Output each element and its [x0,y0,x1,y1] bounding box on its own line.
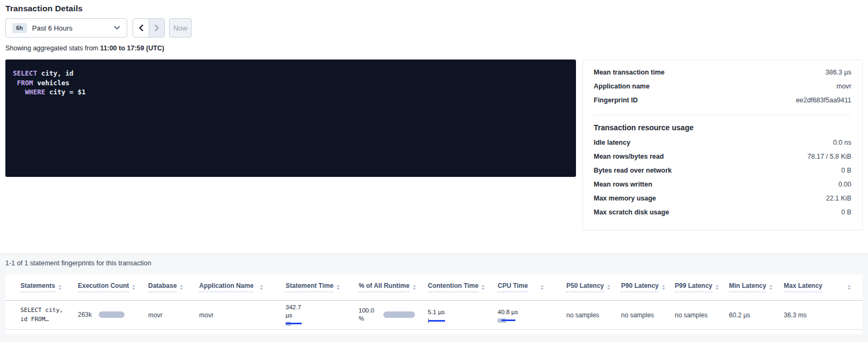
now-button[interactable]: Now [169,18,192,38]
column-header-cpu-time[interactable]: CPU Time [487,274,556,300]
cell-execution-count: 263k [67,300,137,329]
resource-row-max-scratch-disk-usage: Max scratch disk usage 0 B [594,209,851,222]
execution-count-bar [99,311,125,318]
details-content: SELECT city, id FROM vehicles WHERE city… [0,60,868,231]
panel-divider [594,115,851,115]
time-range-dropdown[interactable]: 6h Past 6 Hours [5,18,127,38]
cell-p99-latency: no samples [664,300,718,329]
sort-icon[interactable] [662,285,665,290]
statement-time-bar [286,322,304,326]
column-header-p50-latency[interactable]: P50 Latency [556,274,610,300]
previous-time-range-button[interactable] [133,19,149,37]
cell-contention-time: 5.1 µs [417,300,487,329]
page-header: Transaction Details 6h Past 6 Hours [0,0,868,52]
sql-line: SELECT city, id [13,69,568,78]
summary-row-fingerprint-id: Fingerprint ID ee2df683f5aa9411 [594,96,851,110]
column-header-p99-latency[interactable]: P99 Latency [664,274,718,300]
resource-row-mean-rows-written: Mean rows written 0.00 [594,181,851,195]
cell-statement-time: 342.7 µs [275,300,348,329]
transaction-details-page: Transaction Details 6h Past 6 Hours [0,0,868,342]
column-header-min-latency[interactable]: Min Latency [718,274,773,300]
column-header-database[interactable]: Database [137,274,188,300]
column-header-application-name[interactable]: Application Name [188,274,275,300]
sort-icon[interactable] [769,285,772,290]
sort-icon[interactable] [482,285,485,290]
chevron-left-icon [138,24,144,32]
contention-time-bar [428,318,446,323]
column-header-statements[interactable]: Statements [5,274,67,300]
cell-cpu-time: 40.8 µs [487,300,556,329]
sort-icon[interactable] [716,285,719,290]
time-controls: 6h Past 6 Hours Now [5,18,863,38]
time-step-buttons [133,18,165,38]
sort-icon[interactable] [337,285,340,290]
statements-table-caption: 1-1 of 1 statement fingerprints for this… [5,259,863,267]
stats-caption-prefix: Showing aggregated stats from [5,44,100,52]
sort-icon[interactable] [848,285,851,290]
sql-line: FROM vehicles [13,78,568,88]
cell-p90-latency: no samples [610,300,664,329]
sort-icon[interactable] [260,285,263,290]
resource-row-idle-latency: Idle latency 0.0 ns [594,139,851,153]
aggregated-stats-caption: Showing aggregated stats from 11:00 to 1… [5,44,863,52]
sort-icon[interactable] [413,285,416,290]
resource-usage-section-title: Transaction resource usage [594,123,851,132]
sort-icon[interactable] [541,285,544,290]
statements-section: 1-1 of 1 statement fingerprints for this… [0,254,868,342]
cell-p50-latency: no samples [556,300,610,329]
next-time-range-button[interactable] [149,19,164,37]
cell-database: movr [137,300,188,329]
resource-row-max-memory-usage: Max memory usage 22.1 KiB [594,195,851,209]
column-header-max-latency[interactable]: Max Latency [773,274,863,300]
cell-statement[interactable]: SELECT city, id FROM… [5,300,67,329]
cell-max-latency: 36.3 ms [773,300,863,329]
sort-icon[interactable] [180,285,183,290]
sql-statement: SELECT city, id FROM vehicles WHERE city… [5,60,576,177]
summary-row-mean-transaction-time: Mean transaction time 386.3 µs [594,69,851,83]
chevron-right-icon [154,24,160,32]
statements-table-card: Statements Execution Count Database Appl… [5,274,863,334]
time-range-label: Past 6 Hours [32,24,72,32]
transaction-summary-panel: Mean transaction time 386.3 µs Applicati… [582,60,863,231]
time-range-badge: 6h [12,23,27,33]
pct-runtime-bar [383,311,415,318]
cell-min-latency: 60.2 µs [718,300,773,329]
column-header-p90-latency[interactable]: P90 Latency [610,274,664,300]
table-header-row: Statements Execution Count Database Appl… [5,274,863,300]
column-header-execution-count[interactable]: Execution Count [67,274,137,300]
statements-table: Statements Execution Count Database Appl… [5,274,863,330]
resource-row-bytes-read-over-network: Bytes read over network 0 B [594,167,851,181]
statement-fingerprint-row: SELECT city, id FROM… 263k movr movr 342… [5,300,863,329]
column-header-pct-of-all-runtime[interactable]: % of All Runtime [348,274,417,300]
sort-icon[interactable] [59,285,62,290]
stats-caption-range: 11:00 to 17:59 (UTC) [100,44,164,52]
sort-icon[interactable] [132,285,135,290]
summary-row-application-name: Application name movr [594,83,851,96]
chevron-down-icon [114,26,120,30]
resource-row-mean-rows-bytes-read: Mean rows/bytes read 78.17 / 5.8 KiB [594,153,851,167]
column-header-statement-time[interactable]: Statement Time [275,274,348,300]
sql-line: WHERE city = $1 [13,87,568,97]
cell-application-name: movr [188,300,275,329]
cpu-time-bar [498,318,516,323]
column-header-contention-time[interactable]: Contention Time [417,274,487,300]
sort-icon[interactable] [607,285,610,290]
cell-pct-of-all-runtime: 100.0 % [348,300,417,329]
page-title: Transaction Details [5,4,863,13]
